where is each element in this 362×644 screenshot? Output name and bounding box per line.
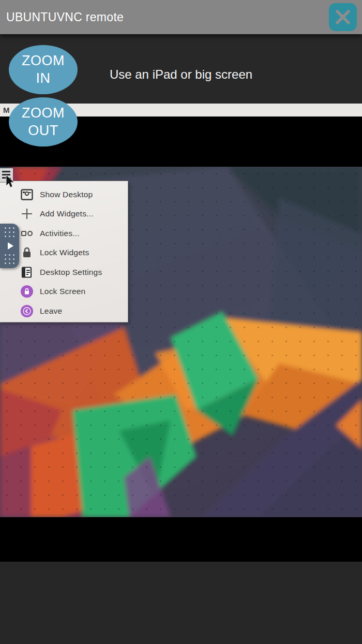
close-icon [334, 8, 352, 26]
letterbox-bottom [0, 517, 362, 562]
menu-item-leave[interactable]: Leave [0, 301, 128, 321]
play-icon [8, 242, 13, 250]
menu-item-add-widgets[interactable]: Add Widgets... [0, 204, 128, 224]
menu-item-show-desktop[interactable]: Show Desktop [0, 185, 128, 204]
menu-item-desktop-settings[interactable]: Desktop Settings [0, 262, 128, 282]
add-widgets-icon [20, 207, 34, 221]
menu-item-lock-screen[interactable]: Lock Screen [0, 282, 128, 302]
menu-item-lock-widgets[interactable]: Lock Widgets [0, 243, 128, 263]
menu-item-label: Leave [40, 306, 62, 316]
zoom-out-button[interactable]: ZOOM OUT [9, 97, 78, 147]
lock-screen-icon [20, 285, 34, 298]
leave-icon [20, 304, 34, 318]
floating-handle[interactable] [0, 224, 19, 268]
menu-item-label: Lock Widgets [40, 248, 89, 257]
menu-item-label: Show Desktop [40, 190, 93, 199]
titlebar: UBUNTUVNC remote [0, 0, 362, 34]
activities-icon [20, 227, 34, 240]
close-button[interactable] [329, 3, 357, 31]
menu-item-label: Add Widgets... [40, 209, 94, 218]
drag-dots-icon [5, 227, 15, 238]
bottom-panel [0, 562, 362, 644]
menu-item-label: Lock Screen [40, 287, 85, 296]
lock-widgets-icon [20, 246, 34, 259]
desktop-settings-icon [20, 266, 34, 279]
zoom-in-button[interactable]: ZOOM IN [9, 45, 78, 94]
page-title: UBUNTUVNC remote [0, 10, 124, 24]
mouse-cursor-icon [5, 174, 16, 189]
desktop-context-menu: Show Desktop Add Widgets... Activities..… [0, 181, 128, 323]
app-window: Use an iPad or big screen M [0, 0, 362, 644]
menu-item-label: Activities... [40, 229, 80, 238]
menu-strip-label: M [0, 106, 10, 114]
drag-dots-icon [5, 254, 15, 265]
show-desktop-icon [20, 188, 34, 201]
menu-item-activities[interactable]: Activities... [0, 224, 128, 243]
hamburger-icon [2, 171, 10, 172]
remote-desktop-screen[interactable]: ▾ Show Desktop Add Widgets... [0, 167, 362, 517]
menu-item-label: Desktop Settings [40, 268, 102, 277]
